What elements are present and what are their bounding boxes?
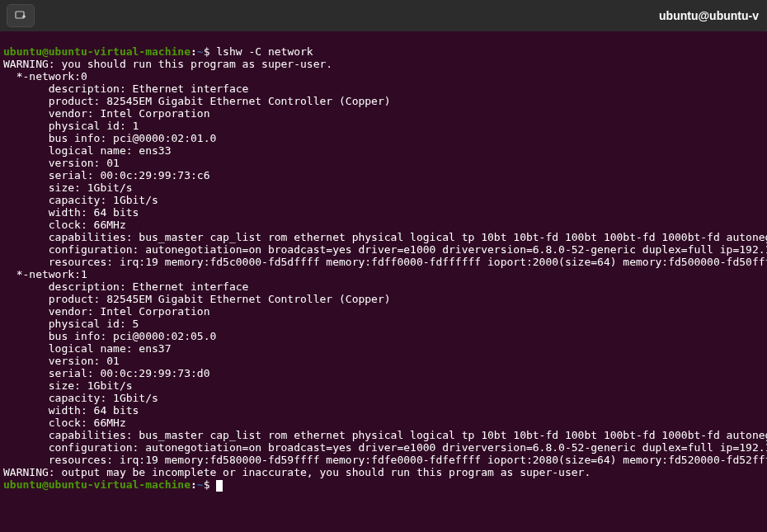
- net0-resources: resources: irq:19 memory:fd5c0000-fd5dff…: [3, 256, 767, 268]
- command-text: lshw -C network: [216, 45, 313, 58]
- cursor: [216, 480, 223, 492]
- net1-clock: clock: 66MHz: [3, 417, 126, 429]
- net0-capabilities: capabilities: bus_master cap_list rom et…: [3, 231, 767, 243]
- titlebar: ubuntu@ubuntu-v: [0, 0, 767, 31]
- net0-version: version: 01: [3, 157, 120, 169]
- prompt-user: ubuntu@ubuntu-virtual-machine: [3, 478, 191, 491]
- net1-bus-info: bus info: pci@0000:02:05.0: [3, 330, 216, 342]
- net0-description: description: Ethernet interface: [3, 82, 248, 95]
- prompt-symbol: $: [204, 45, 210, 58]
- net0-capacity: capacity: 1Gbit/s: [3, 194, 158, 206]
- network1-header: *-network:1: [3, 268, 87, 280]
- net1-physical-id: physical id: 5: [3, 318, 139, 330]
- prompt-path: ~: [197, 45, 204, 58]
- net1-logical-name: logical name: ens37: [3, 342, 172, 355]
- warning-line-2: WARNING: output may be incomplete or ina…: [3, 466, 591, 478]
- prompt-line-1: ubuntu@ubuntu-virtual-machine:~$ lshw -C…: [3, 45, 313, 58]
- window-title: ubuntu@ubuntu-v: [659, 10, 759, 22]
- net1-description: description: Ethernet interface: [3, 280, 248, 293]
- new-tab-button[interactable]: [7, 4, 35, 27]
- prompt-colon: :: [191, 45, 197, 58]
- prompt-user: ubuntu@ubuntu-virtual-machine: [3, 45, 191, 58]
- prompt-path: ~: [197, 478, 204, 491]
- prompt-colon: :: [191, 478, 197, 491]
- net1-vendor: vendor: Intel Corporation: [3, 305, 209, 318]
- net1-capabilities: capabilities: bus_master cap_list rom et…: [3, 429, 767, 441]
- net1-version: version: 01: [3, 355, 120, 367]
- net0-configuration: configuration: autonegotiation=on broadc…: [3, 243, 767, 256]
- net1-width: width: 64 bits: [3, 404, 139, 417]
- net0-physical-id: physical id: 1: [3, 120, 139, 132]
- net1-configuration: configuration: autonegotiation=on broadc…: [3, 441, 767, 454]
- net1-size: size: 1Gbit/s: [3, 379, 133, 392]
- net0-size: size: 1Gbit/s: [3, 181, 133, 194]
- net1-product: product: 82545EM Gigabit Ethernet Contro…: [3, 293, 391, 305]
- new-tab-icon: [14, 9, 27, 22]
- net0-bus-info: bus info: pci@0000:02:01.0: [3, 132, 216, 144]
- prompt-line-2: ubuntu@ubuntu-virtual-machine:~$: [3, 478, 223, 491]
- warning-line: WARNING: you should run this program as …: [3, 58, 332, 70]
- prompt-symbol: $: [204, 478, 210, 491]
- net0-serial: serial: 00:0c:29:99:73:c6: [3, 169, 209, 181]
- net0-vendor: vendor: Intel Corporation: [3, 107, 209, 120]
- net0-width: width: 64 bits: [3, 206, 139, 219]
- terminal-area[interactable]: ubuntu@ubuntu-virtual-machine:~$ lshw -C…: [0, 31, 767, 493]
- net1-serial: serial: 00:0c:29:99:73:d0: [3, 367, 209, 379]
- net1-resources: resources: irq:19 memory:fd580000-fd59ff…: [3, 454, 767, 466]
- network0-header: *-network:0: [3, 70, 87, 82]
- net0-product: product: 82545EM Gigabit Ethernet Contro…: [3, 95, 391, 107]
- net1-capacity: capacity: 1Gbit/s: [3, 392, 158, 404]
- net0-logical-name: logical name: ens33: [3, 144, 172, 157]
- svg-rect-0: [16, 12, 24, 18]
- net0-clock: clock: 66MHz: [3, 219, 126, 231]
